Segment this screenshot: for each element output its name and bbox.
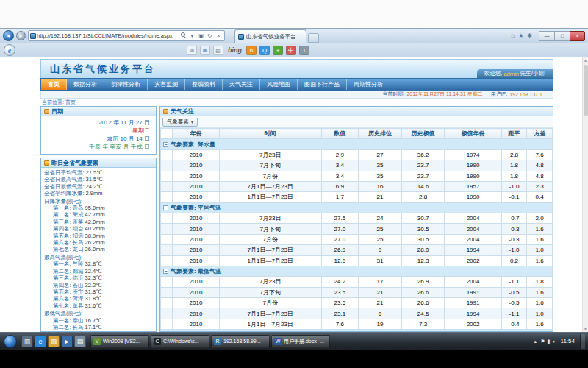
table-row[interactable]: 20107月1日—7月23日23.1824.51994-1.11.0 <box>161 308 553 319</box>
nav-item-risk-map[interactable]: 风险地图 <box>260 79 298 90</box>
station-link[interactable]: 泰山 <box>73 317 84 324</box>
nav-item-data-analysis[interactable]: 数据分析 <box>67 79 104 90</box>
start-button[interactable] <box>4 335 17 348</box>
ie-icon[interactable]: e <box>35 336 46 347</box>
table-row[interactable]: 20107月1日—7月23日26.9928.01994-1.01.0 <box>161 245 553 255</box>
browser-back-button[interactable]: ◄ <box>3 30 14 41</box>
station-link[interactable]: 菏泽 <box>73 295 84 302</box>
table-row[interactable]: 20107月下旬3.43523.719901.84.8 <box>161 160 553 171</box>
table-row[interactable]: 20107月下旬27.02530.52004-0.31.6 <box>161 224 553 234</box>
table-row[interactable]: 20101月1日—7月23日7.6197.32002-0.41.6 <box>161 319 553 329</box>
new-tab-button[interactable] <box>308 33 319 43</box>
tray-overflow-icon[interactable]: ▲ <box>533 339 537 344</box>
column-header[interactable]: 历史排位 <box>359 129 402 139</box>
search-icon[interactable] <box>179 32 187 40</box>
station-link[interactable]: 青岛 <box>73 205 84 211</box>
server-manager-icon[interactable]: ▥ <box>21 336 33 347</box>
taskbar-clock[interactable]: 11:54 <box>561 338 575 344</box>
bing-app-icon[interactable]: b <box>246 46 257 55</box>
task-remote[interactable]: R192.168.58.99... <box>211 335 270 348</box>
table-section-row[interactable]: −气象要素: 降水量 <box>161 139 553 149</box>
table-row[interactable]: 20101月1日—7月23日12.03112.320020.21.6 <box>161 255 553 266</box>
outlook-mail-icon[interactable]: ✉ <box>200 46 210 55</box>
tools-icon[interactable]: T <box>299 46 309 55</box>
table-row[interactable]: 20107月份23.52126.61991-0.51.6 <box>161 298 553 308</box>
station-link[interactable]: 济宁 <box>73 289 84 295</box>
browser-tab[interactable]: 山东省气候业务平台... <box>234 29 306 43</box>
column-header[interactable]: 数值 <box>321 129 359 139</box>
table-row[interactable]: 20107月23日24.21726.92004-1.11.8 <box>161 277 553 287</box>
qq-icon[interactable]: Q <box>259 46 270 55</box>
bing-logo[interactable]: bing <box>226 46 243 55</box>
element-filter-button[interactable]: 气象要素 ▾ <box>162 118 198 127</box>
favorites-star-icon[interactable]: ★ <box>518 32 523 39</box>
scroll-down-icon[interactable]: ▼ <box>584 326 587 332</box>
station-link[interactable]: 龙口 <box>73 246 84 252</box>
column-header[interactable]: 年份 <box>172 129 219 139</box>
url-input[interactable] <box>37 32 179 39</box>
column-header[interactable]: 历史极值 <box>401 129 445 139</box>
table-row[interactable]: 20107月份3.43523.719901.84.8 <box>161 171 553 181</box>
notepad-icon[interactable]: ▤ <box>74 336 86 347</box>
station-link[interactable]: 招远 <box>73 233 84 239</box>
nav-item-rhythm-analysis[interactable]: 韵律性分析 <box>104 79 148 90</box>
nav-item-downstream-products[interactable]: 图面下行产品 <box>298 79 347 90</box>
nav-item-data-compilation[interactable]: 整编资料 <box>185 79 223 90</box>
collapse-icon[interactable]: − <box>163 205 168 210</box>
station-link[interactable]: 成山头 <box>73 330 90 331</box>
autocomplete-dropdown-icon[interactable]: ▾ <box>188 32 196 39</box>
table-row[interactable]: 20107月23日27.52430.72004-0.72.0 <box>161 213 553 224</box>
browser-forward-button[interactable]: ► <box>16 31 26 40</box>
station-link[interactable]: 长岛 <box>73 324 84 330</box>
station-link[interactable]: 临沂 <box>73 275 84 281</box>
task-word[interactable]: W用户手册.docx -... <box>271 335 330 348</box>
close-button[interactable]: × <box>570 31 585 41</box>
vertical-scrollbar[interactable]: ▲ ▼ <box>582 57 588 332</box>
table-section-row[interactable]: −气象要素: 最高气温 <box>161 330 553 331</box>
home-icon[interactable]: ⌂ <box>511 32 514 39</box>
scrollbar-thumb[interactable] <box>584 65 588 116</box>
table-row[interactable]: 20107月下旬23.52126.61991-0.51.6 <box>161 287 553 297</box>
ie-logo-icon[interactable]: e <box>4 44 15 56</box>
station-link[interactable]: 烟台 <box>73 225 84 232</box>
input-method-icon[interactable]: 中 <box>286 46 296 55</box>
volume-icon[interactable]: ◖ <box>552 339 555 344</box>
table-row[interactable]: 20107月份27.02530.52004-0.31.6 <box>161 234 553 244</box>
stop-icon[interactable]: × <box>215 32 223 39</box>
compatibility-view-icon[interactable]: ▣ <box>197 32 205 39</box>
column-header[interactable]: 极值年份 <box>445 129 501 139</box>
action-center-flag-icon[interactable]: ⚑ <box>540 339 545 344</box>
media-player-icon[interactable]: ► <box>61 336 73 347</box>
station-link[interactable]: 苍山 <box>73 282 84 289</box>
explorer-folder-icon[interactable]: ▨ <box>48 336 60 347</box>
scroll-up-icon[interactable]: ▲ <box>584 57 587 63</box>
address-bar[interactable]: ▾ ▣ ↻ × <box>28 30 225 41</box>
settings-gear-icon[interactable]: ✱ <box>527 32 532 39</box>
column-header[interactable]: 距平 <box>501 129 527 139</box>
table-section-row[interactable]: −气象要素: 平均气温 <box>161 202 553 213</box>
collapse-icon[interactable]: − <box>163 142 168 147</box>
nav-item-home[interactable]: 首页 <box>41 79 67 90</box>
table-row[interactable]: 20101月1日—7月23日1.7212.81990-0.10.4 <box>161 192 553 202</box>
nav-item-weather-focus[interactable]: 天气关注 <box>223 79 260 90</box>
maximize-button[interactable]: □ <box>554 31 570 41</box>
column-header[interactable]: 方差 <box>527 129 553 139</box>
network-icon[interactable]: ▮ <box>547 339 550 344</box>
nav-item-disaster-monitoring[interactable]: 灾害监测 <box>148 79 185 90</box>
table-row[interactable]: 20107月1日—7月23日6.91614.61957-1.02.3 <box>161 181 553 191</box>
station-link[interactable]: 荣成 <box>73 211 84 218</box>
station-link[interactable]: 郯城 <box>73 268 84 275</box>
task-cmd[interactable]: CC:\Windows\s... <box>151 335 209 348</box>
table-section-row[interactable]: −气象要素: 最低气温 <box>161 266 553 276</box>
task-vmware[interactable]: VWin2008 [VS2... <box>90 335 149 348</box>
station-link[interactable]: 长岛 <box>73 239 84 246</box>
station-link[interactable]: 单县 <box>73 302 84 309</box>
safety-shield-icon[interactable]: + <box>273 46 283 55</box>
column-header[interactable]: 时间 <box>219 129 321 139</box>
refresh-icon[interactable]: ↻ <box>206 32 214 39</box>
document-icon[interactable]: ▤ <box>213 46 223 55</box>
mail-icon[interactable]: ✉ <box>187 46 197 55</box>
table-row[interactable]: 20107月23日2.92736.219742.87.6 <box>161 149 553 160</box>
nav-item-periodicity-analysis[interactable]: 周期性分析 <box>347 79 390 90</box>
station-link[interactable]: 兰陵 <box>73 261 84 267</box>
